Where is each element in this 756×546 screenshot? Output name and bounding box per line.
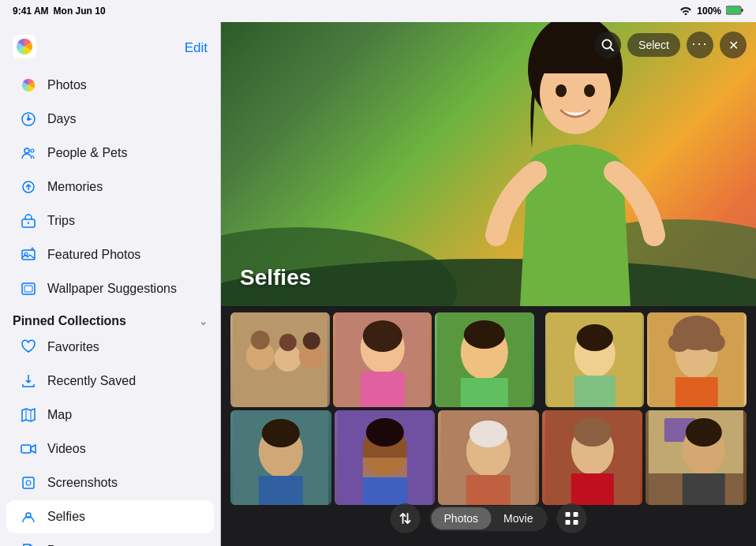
svg-marker-19: [22, 409, 35, 421]
svg-rect-2: [741, 9, 743, 12]
svg-rect-52: [360, 372, 404, 407]
more-button[interactable]: ···: [687, 32, 713, 58]
svg-rect-74: [362, 474, 406, 505]
photo-item[interactable]: [335, 410, 436, 505]
svg-rect-56: [461, 378, 508, 407]
status-bar-left: 9:41 AM Mon Jun 10: [13, 6, 106, 17]
svg-point-64: [668, 333, 691, 352]
status-bar: 9:41 AM Mon Jun 10 100%: [0, 0, 756, 22]
sidebar-item-days[interactable]: Days: [6, 103, 214, 136]
photos-label: Photos: [47, 78, 201, 92]
favorites-label: Favorites: [47, 340, 201, 354]
map-icon: [19, 406, 38, 424]
svg-point-51: [362, 320, 402, 352]
sidebar-nav: Photos Days People & Pets: [0, 65, 220, 546]
svg-point-88: [686, 418, 722, 447]
recently-saved-icon: [19, 372, 38, 391]
photo-item[interactable]: [438, 410, 539, 505]
photos-mode-button[interactable]: Photos: [432, 507, 492, 529]
videos-icon: [19, 439, 38, 458]
svg-rect-1: [727, 7, 740, 13]
photo-item[interactable]: [230, 312, 330, 407]
sidebar-item-memories[interactable]: Memories: [6, 170, 214, 204]
svg-rect-89: [683, 473, 725, 505]
svg-rect-91: [573, 512, 578, 517]
featured-icon: [19, 245, 38, 264]
search-button[interactable]: [594, 32, 621, 58]
screenshots-icon: [19, 473, 38, 492]
svg-point-9: [24, 148, 29, 153]
app-logo: [13, 35, 36, 62]
edit-button[interactable]: Edit: [185, 40, 208, 56]
hero-area: Selfies: [221, 22, 756, 306]
svg-rect-60: [574, 376, 616, 407]
svg-rect-15: [22, 250, 35, 260]
map-label: Map: [47, 408, 201, 422]
screenshots-label: Screenshots: [47, 476, 201, 490]
pinned-collections-header[interactable]: Pinned Collections ⌄: [0, 306, 220, 330]
featured-label: Featured Photos: [47, 248, 201, 262]
photo-item[interactable]: [435, 312, 534, 407]
bottom-controls: Photos Movie: [391, 503, 587, 533]
svg-point-46: [279, 334, 297, 351]
photo-grid: [221, 306, 756, 514]
svg-line-34: [610, 47, 613, 50]
wallpaper-label: Wallpaper Suggestions: [47, 282, 201, 296]
days-label: Days: [47, 112, 201, 126]
photo-item[interactable]: [646, 410, 747, 505]
grid-view-button[interactable]: [556, 503, 586, 533]
sidebar-item-documents[interactable]: Documents: [6, 534, 214, 546]
movie-mode-button[interactable]: Movie: [491, 507, 545, 529]
photo-item[interactable]: [545, 312, 645, 407]
svg-rect-22: [21, 445, 31, 453]
svg-rect-66: [676, 377, 718, 407]
svg-point-55: [464, 320, 505, 349]
photo-item[interactable]: [230, 410, 331, 505]
svg-point-78: [470, 421, 507, 447]
chevron-down-icon: ⌄: [199, 316, 208, 327]
view-mode-control: Photos Movie: [430, 506, 548, 531]
sidebar-item-screenshots[interactable]: Screenshots: [6, 466, 214, 499]
main-content: ••• Select ··· ✕: [221, 22, 756, 546]
svg-point-73: [365, 418, 403, 447]
battery-status: 100%: [697, 6, 721, 17]
top-controls: Select ··· ✕: [594, 32, 747, 58]
sidebar-item-wallpaper[interactable]: Wallpaper Suggestions: [6, 272, 214, 305]
sidebar-item-favorites[interactable]: Favorites: [6, 331, 214, 364]
sidebar-item-featured[interactable]: Featured Photos: [6, 238, 214, 271]
photo-item[interactable]: [333, 312, 432, 407]
sidebar-item-people-pets[interactable]: People & Pets: [6, 136, 214, 170]
svg-point-69: [262, 419, 300, 447]
svg-rect-75: [362, 458, 406, 477]
sidebar-item-map[interactable]: Map: [6, 398, 214, 432]
photo-item[interactable]: [542, 410, 643, 505]
sidebar-item-videos[interactable]: Videos: [6, 432, 214, 466]
sidebar-item-trips[interactable]: Trips: [6, 204, 214, 237]
svg-rect-70: [259, 476, 303, 505]
sidebar-item-photos[interactable]: Photos: [6, 69, 214, 102]
close-button[interactable]: ✕: [720, 32, 747, 58]
svg-point-41: [584, 84, 595, 97]
sort-button[interactable]: [391, 503, 421, 533]
selfies-icon: [19, 507, 38, 526]
selfies-label: Selfies: [47, 510, 201, 524]
photo-row-2: [230, 410, 747, 505]
svg-rect-79: [466, 475, 511, 505]
people-label: People & Pets: [47, 146, 201, 160]
people-icon: [19, 144, 38, 163]
svg-point-82: [574, 418, 612, 447]
memories-label: Memories: [47, 180, 201, 194]
pinned-label: Pinned Collections: [13, 314, 126, 328]
ellipsis-icon: ···: [691, 36, 708, 52]
svg-rect-23: [23, 477, 34, 488]
status-bar-right: 100%: [679, 6, 743, 17]
sidebar-item-selfies[interactable]: Selfies: [6, 500, 214, 533]
hero-title: Selfies: [240, 265, 311, 290]
svg-rect-17: [22, 283, 35, 294]
photo-item[interactable]: [647, 312, 747, 407]
svg-rect-90: [565, 512, 570, 517]
select-button[interactable]: Select: [627, 33, 680, 57]
wifi-icon: [679, 6, 692, 17]
sidebar-item-recently-saved[interactable]: Recently Saved: [6, 365, 214, 398]
days-icon: [19, 110, 38, 129]
